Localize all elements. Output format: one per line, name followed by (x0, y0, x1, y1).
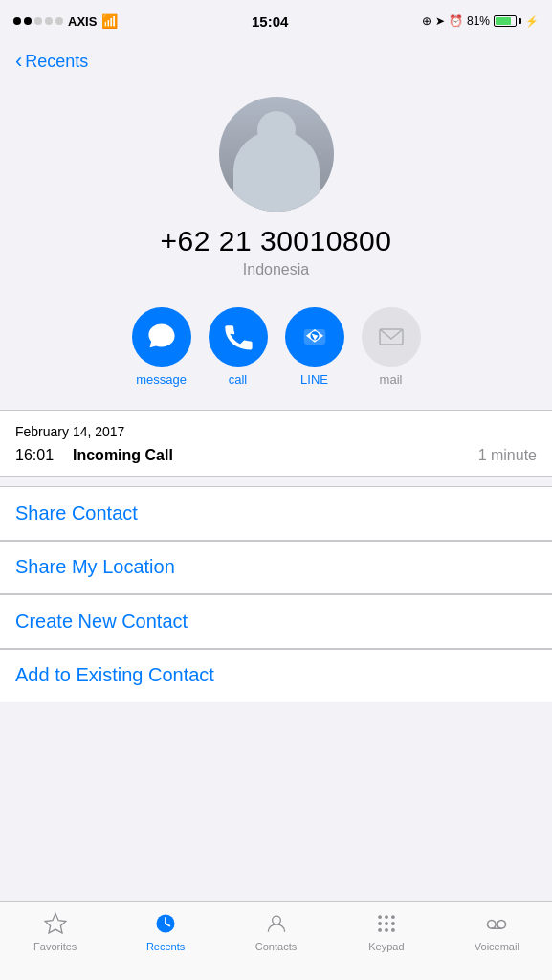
content-scroll: +62 21 30010800 Indonesia message call (0, 78, 552, 936)
call-label: call (229, 372, 248, 387)
recents-label: Recents (146, 941, 185, 952)
call-icon (222, 321, 254, 353)
back-chevron-icon: ‹ (15, 49, 22, 74)
signal-dot-1 (13, 17, 21, 25)
create-contact-item[interactable]: Create New Contact (0, 595, 552, 649)
share-contact-item[interactable]: Share Contact (0, 487, 552, 541)
svg-marker-5 (45, 914, 66, 933)
call-date: February 14, 2017 (15, 424, 537, 439)
action-line[interactable]: LINE (285, 307, 344, 387)
battery-percent: 81% (467, 14, 490, 28)
svg-point-12 (391, 915, 395, 919)
status-left: AXIS 📶 (13, 13, 118, 29)
keypad-icon (372, 909, 401, 938)
svg-point-19 (488, 921, 497, 929)
charging-icon: ⚡ (525, 15, 539, 28)
line-circle (285, 307, 344, 367)
svg-point-17 (385, 928, 388, 932)
voicemail-icon (482, 909, 511, 938)
status-bar: AXIS 📶 15:04 ⊕ ➤ ⏰ 81% ⚡ (0, 0, 552, 42)
avatar-silhouette (233, 130, 320, 212)
contacts-label: Contacts (255, 941, 297, 952)
status-time: 15:04 (252, 13, 288, 30)
call-log: February 14, 2017 16:01 Incoming Call 1 … (0, 410, 552, 477)
signal-dot-5 (55, 17, 63, 25)
call-detail: 16:01 Incoming Call 1 minute (15, 447, 537, 464)
call-duration: 1 minute (478, 447, 537, 464)
tab-recents[interactable]: Recents (110, 909, 220, 952)
action-mail[interactable]: mail (362, 307, 421, 387)
call-time: 16:01 (15, 447, 73, 464)
add-existing-label: Add to Existing Contact (15, 664, 214, 685)
battery-icon (494, 15, 521, 27)
avatar (219, 97, 334, 212)
svg-point-9 (272, 916, 280, 924)
line-label: LINE (300, 372, 328, 387)
svg-point-18 (391, 928, 395, 932)
phone-number: +62 21 30010800 (161, 225, 392, 257)
svg-point-13 (378, 922, 382, 925)
svg-point-10 (378, 915, 382, 919)
add-existing-item[interactable]: Add to Existing Contact (0, 649, 552, 702)
lock-icon: ⊕ (422, 14, 431, 28)
create-contact-label: Create New Contact (15, 611, 188, 632)
signal-dots (13, 17, 63, 25)
mail-icon (377, 323, 406, 351)
alarm-icon: ⏰ (449, 14, 463, 28)
contacts-icon (262, 909, 291, 938)
favorites-label: Favorites (33, 941, 77, 952)
wifi-icon: 📶 (101, 13, 118, 29)
menu-section: Share Contact Share My Location Create N… (0, 486, 552, 702)
tab-favorites[interactable]: Favorites (0, 909, 110, 952)
mail-circle (362, 307, 421, 367)
signal-dot-3 (34, 17, 42, 25)
tab-voicemail[interactable]: Voicemail (442, 909, 552, 952)
svg-point-14 (385, 922, 388, 925)
profile-section: +62 21 30010800 Indonesia (0, 78, 552, 288)
signal-dot-4 (45, 17, 53, 25)
share-location-label: Share My Location (15, 556, 175, 577)
location-icon: ➤ (435, 14, 445, 28)
back-label: Recents (25, 52, 88, 72)
action-call[interactable]: call (209, 307, 268, 387)
call-type: Incoming Call (73, 447, 478, 464)
svg-point-16 (378, 928, 382, 932)
share-contact-label: Share Contact (15, 502, 138, 523)
mail-label: mail (380, 372, 403, 387)
carrier-name: AXIS (68, 14, 97, 29)
message-circle (132, 307, 191, 367)
signal-dot-2 (24, 17, 32, 25)
keypad-label: Keypad (368, 941, 404, 952)
svg-point-20 (497, 921, 506, 929)
favorites-icon (41, 909, 70, 938)
recents-icon (151, 909, 180, 938)
tab-bar: Favorites Recents Contacts (0, 901, 552, 980)
share-location-item[interactable]: Share My Location (0, 541, 552, 594)
divider (0, 477, 552, 486)
tab-contacts[interactable]: Contacts (221, 909, 331, 952)
voicemail-label: Voicemail (475, 941, 519, 952)
line-icon (298, 321, 331, 353)
message-label: message (136, 372, 187, 387)
tab-keypad[interactable]: Keypad (331, 909, 441, 952)
call-circle (209, 307, 268, 367)
message-icon (145, 321, 178, 353)
status-right: ⊕ ➤ ⏰ 81% ⚡ (422, 14, 539, 28)
back-button[interactable]: ‹ Recents (15, 50, 88, 74)
action-message[interactable]: message (132, 307, 191, 387)
svg-point-15 (391, 922, 395, 925)
nav-bar: ‹ Recents (0, 42, 552, 78)
country-label: Indonesia (243, 261, 309, 278)
svg-point-11 (385, 915, 388, 919)
action-buttons: message call LINE (0, 288, 552, 396)
